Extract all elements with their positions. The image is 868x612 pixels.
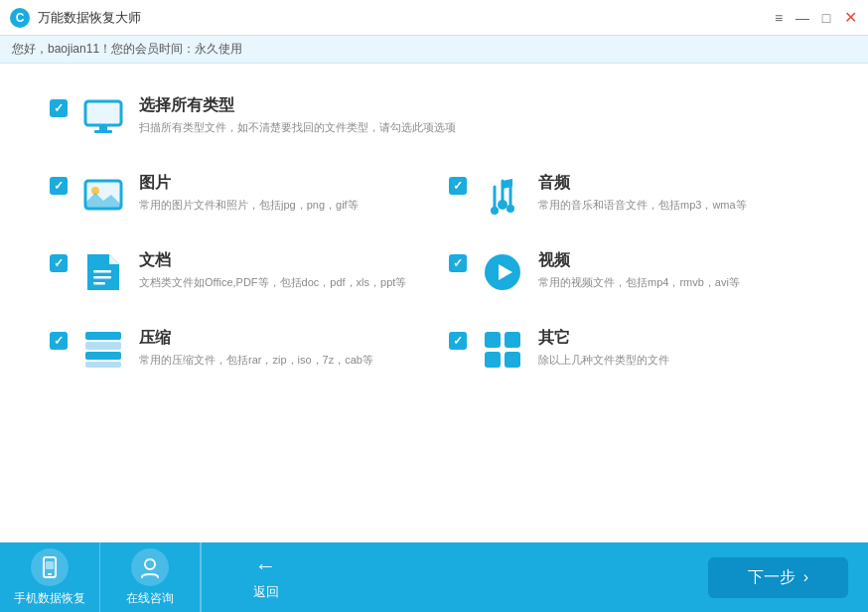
filetype-video[interactable]: 视频 常用的视频文件，包括mp4，rmvb，avi等 bbox=[439, 238, 828, 306]
filetype-all[interactable]: 选择所有类型 扫描所有类型文件，如不清楚要找回的文件类型，请勾选此项选项 bbox=[40, 83, 828, 151]
filetype-zip-text: 压缩 常用的压缩文件，包括rar，zip，iso，7z，cab等 bbox=[139, 328, 373, 368]
svg-rect-8 bbox=[93, 270, 111, 273]
svg-rect-18 bbox=[505, 332, 520, 348]
next-label: 下一步 bbox=[748, 567, 796, 588]
filetype-zip[interactable]: 压缩 常用的压缩文件，包括rar，zip，iso，7z，cab等 bbox=[40, 316, 429, 383]
svg-rect-13 bbox=[85, 332, 121, 340]
filetype-audio[interactable]: 音频 常用的音乐和语音文件，包括mp3，wma等 bbox=[439, 161, 828, 229]
svg-rect-16 bbox=[85, 362, 121, 368]
minimize-btn[interactable]: — bbox=[795, 10, 810, 26]
checkbox-video[interactable] bbox=[449, 254, 467, 272]
svg-rect-15 bbox=[85, 352, 121, 360]
window-controls: ≡ — □ ✕ bbox=[771, 10, 858, 26]
footer: 手机数据恢复 在线咨询 ← 返回 下一步 › bbox=[0, 542, 868, 612]
filetype-image-desc: 常用的图片文件和照片，包括jpg，png，gif等 bbox=[139, 198, 359, 213]
userbar: 您好，baojian11！您的会员时间：永久使用 bbox=[0, 36, 868, 64]
filetype-audio-desc: 常用的音乐和语音文件，包括mp3，wma等 bbox=[538, 198, 747, 213]
filetype-audio-name: 音频 bbox=[538, 173, 747, 194]
icon-image bbox=[81, 173, 125, 217]
filetype-audio-text: 音频 常用的音乐和语音文件，包括mp3，wma等 bbox=[538, 173, 747, 213]
back-arrow-icon: ← bbox=[255, 553, 277, 579]
svg-point-6 bbox=[491, 207, 499, 215]
svg-rect-20 bbox=[505, 352, 520, 368]
consult-icon bbox=[131, 548, 169, 586]
icon-audio bbox=[481, 173, 524, 217]
svg-rect-9 bbox=[93, 276, 111, 279]
svg-point-24 bbox=[145, 559, 155, 569]
checkbox-all[interactable] bbox=[50, 99, 68, 117]
next-arrow-icon: › bbox=[803, 568, 808, 586]
main-content: 选择所有类型 扫描所有类型文件，如不清楚要找回的文件类型，请勾选此项选项 图片 … bbox=[0, 64, 868, 542]
titlebar: C 万能数据恢复大师 ≡ — □ ✕ bbox=[0, 0, 868, 36]
svg-rect-2 bbox=[94, 130, 112, 133]
svg-rect-17 bbox=[485, 332, 501, 348]
filetype-doc[interactable]: 文档 文档类文件如Office,PDF等，包括doc，pdf，xls，ppt等 bbox=[40, 238, 429, 306]
svg-rect-1 bbox=[99, 125, 107, 130]
svg-rect-14 bbox=[85, 342, 121, 350]
svg-rect-10 bbox=[93, 282, 105, 285]
svg-rect-0 bbox=[85, 101, 121, 125]
icon-monitor bbox=[81, 95, 125, 139]
back-label: 返回 bbox=[253, 583, 279, 601]
checkbox-other[interactable] bbox=[449, 332, 467, 350]
filetype-image[interactable]: 图片 常用的图片文件和照片，包括jpg，png，gif等 bbox=[40, 161, 429, 229]
filetype-image-text: 图片 常用的图片文件和照片，包括jpg，png，gif等 bbox=[139, 173, 359, 213]
filetype-grid: 选择所有类型 扫描所有类型文件，如不清楚要找回的文件类型，请勾选此项选项 图片 … bbox=[40, 83, 828, 383]
icon-zip bbox=[81, 328, 125, 372]
filetype-video-text: 视频 常用的视频文件，包括mp4，rmvb，avi等 bbox=[538, 250, 740, 290]
filetype-doc-name: 文档 bbox=[139, 250, 406, 271]
back-btn[interactable]: ← 返回 bbox=[201, 542, 330, 612]
filetype-all-name: 选择所有类型 bbox=[139, 95, 456, 116]
online-consult-btn[interactable]: 在线咨询 bbox=[100, 542, 200, 612]
checkbox-zip[interactable] bbox=[50, 332, 68, 350]
phone-recovery-btn[interactable]: 手机数据恢复 bbox=[0, 542, 99, 612]
svg-rect-19 bbox=[485, 352, 501, 368]
filetype-doc-desc: 文档类文件如Office,PDF等，包括doc，pdf，xls，ppt等 bbox=[139, 275, 406, 290]
filetype-all-text: 选择所有类型 扫描所有类型文件，如不清楚要找回的文件类型，请勾选此项选项 bbox=[139, 95, 456, 135]
svg-rect-22 bbox=[48, 573, 52, 575]
filetype-image-name: 图片 bbox=[139, 173, 359, 194]
checkbox-image[interactable] bbox=[50, 177, 68, 195]
next-btn[interactable]: 下一步 › bbox=[708, 557, 848, 598]
app-icon: C bbox=[10, 8, 30, 28]
phone-icon bbox=[31, 548, 69, 586]
filetype-other[interactable]: 其它 除以上几种文件类型的文件 bbox=[439, 316, 828, 383]
svg-rect-23 bbox=[46, 561, 54, 569]
svg-point-5 bbox=[498, 200, 507, 210]
filetype-zip-desc: 常用的压缩文件，包括rar，zip，iso，7z，cab等 bbox=[139, 353, 373, 368]
checkbox-audio[interactable] bbox=[449, 177, 467, 195]
online-consult-label: 在线咨询 bbox=[126, 590, 174, 607]
close-btn[interactable]: ✕ bbox=[842, 10, 858, 26]
filetype-other-text: 其它 除以上几种文件类型的文件 bbox=[538, 328, 669, 368]
icon-video bbox=[481, 250, 524, 294]
filetype-video-desc: 常用的视频文件，包括mp4，rmvb，avi等 bbox=[538, 275, 740, 290]
checkbox-doc[interactable] bbox=[50, 254, 68, 272]
menu-btn[interactable]: ≡ bbox=[771, 10, 787, 26]
svg-point-7 bbox=[506, 205, 514, 213]
icon-other bbox=[481, 328, 524, 372]
app-title: 万能数据恢复大师 bbox=[38, 9, 771, 27]
filetype-zip-name: 压缩 bbox=[139, 328, 373, 349]
filetype-all-desc: 扫描所有类型文件，如不清楚要找回的文件类型，请勾选此项选项 bbox=[139, 120, 456, 135]
phone-recovery-label: 手机数据恢复 bbox=[14, 590, 85, 607]
filetype-other-name: 其它 bbox=[538, 328, 669, 349]
filetype-doc-text: 文档 文档类文件如Office,PDF等，包括doc，pdf，xls，ppt等 bbox=[139, 250, 406, 290]
maximize-btn[interactable]: □ bbox=[818, 10, 834, 26]
filetype-video-name: 视频 bbox=[538, 250, 740, 271]
icon-doc bbox=[81, 250, 125, 294]
user-info-text: 您好，baojian11！您的会员时间：永久使用 bbox=[12, 41, 242, 58]
filetype-other-desc: 除以上几种文件类型的文件 bbox=[538, 353, 669, 368]
